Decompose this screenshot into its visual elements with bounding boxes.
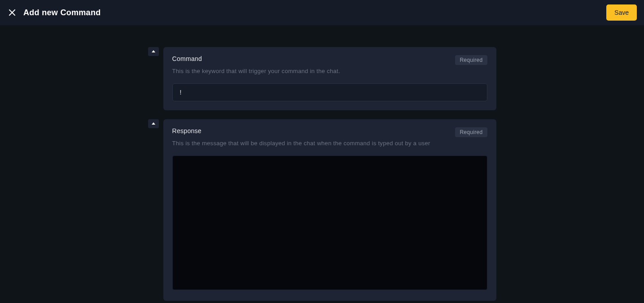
page-title: Add new Command <box>23 8 101 17</box>
collapse-toggle-response[interactable] <box>148 119 159 128</box>
response-card: Response Required This is the message th… <box>163 119 496 301</box>
response-section-wrapper: Response Required This is the message th… <box>148 119 496 301</box>
response-card-header: Response Required <box>172 127 487 137</box>
command-card-header: Command Required <box>172 55 487 65</box>
response-description: This is the message that will be display… <box>172 140 487 147</box>
required-badge: Required <box>455 55 487 65</box>
header-left: Add new Command <box>9 8 101 17</box>
save-button[interactable]: Save <box>606 4 637 21</box>
response-textarea[interactable] <box>172 156 487 290</box>
command-card: Command Required This is the keyword tha… <box>163 47 496 110</box>
command-section-wrapper: Command Required This is the keyword tha… <box>148 47 496 110</box>
content-area: Command Required This is the keyword tha… <box>0 26 644 301</box>
command-input[interactable] <box>172 83 487 101</box>
command-description: This is the keyword that will trigger yo… <box>172 68 487 74</box>
collapse-toggle-command[interactable] <box>148 47 159 56</box>
required-badge: Required <box>455 127 487 137</box>
page-header: Add new Command Save <box>0 0 644 26</box>
response-title: Response <box>172 127 202 134</box>
close-icon[interactable] <box>9 9 15 16</box>
command-title: Command <box>172 55 202 62</box>
